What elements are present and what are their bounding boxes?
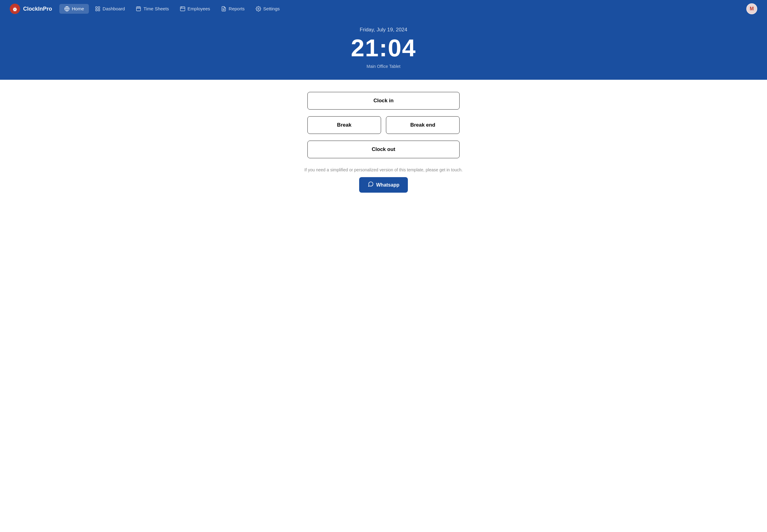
nav-label-reports: Reports xyxy=(229,6,245,11)
clock-out-button[interactable]: Clock out xyxy=(307,141,460,158)
brand-icon: ⏰ xyxy=(10,4,20,14)
main-content: Clock in Break Break end Clock out If yo… xyxy=(0,80,767,211)
brand-name: ClockInPro xyxy=(23,6,52,12)
clock-in-button[interactable]: Clock in xyxy=(307,92,460,110)
whatsapp-button[interactable]: Whatsapp xyxy=(359,177,408,193)
svg-rect-5 xyxy=(98,9,100,11)
reports-icon xyxy=(221,6,226,12)
svg-rect-3 xyxy=(98,7,100,9)
nav-item-reports[interactable]: Reports xyxy=(216,4,250,14)
employees-icon xyxy=(180,6,185,12)
navbar: ⏰ ClockInPro Home xyxy=(0,0,767,18)
hero-time: 21:04 xyxy=(0,35,767,61)
break-row: Break Break end xyxy=(307,116,460,134)
home-icon xyxy=(64,6,70,12)
dashboard-icon xyxy=(95,6,100,12)
nav-label-timesheets: Time Sheets xyxy=(143,6,169,11)
user-avatar[interactable]: M xyxy=(746,3,757,14)
nav-label-home: Home xyxy=(72,6,84,11)
brand-logo[interactable]: ⏰ ClockInPro xyxy=(10,4,52,14)
break-end-button[interactable]: Break end xyxy=(386,116,460,134)
nav-item-timesheets[interactable]: Time Sheets xyxy=(131,4,174,14)
nav-item-home[interactable]: Home xyxy=(59,4,89,14)
nav-item-settings[interactable]: Settings xyxy=(251,4,285,14)
hero-date: Friday, July 19, 2024 xyxy=(0,27,767,33)
hero-location: Main Office Tablet xyxy=(0,64,767,69)
nav-label-dashboard: Dashboard xyxy=(103,6,125,11)
whatsapp-icon xyxy=(368,181,374,189)
svg-rect-4 xyxy=(96,9,97,11)
whatsapp-label: Whatsapp xyxy=(376,182,399,188)
timesheets-icon xyxy=(136,6,141,12)
helper-text: If you need a simplified or personalized… xyxy=(304,167,463,172)
action-buttons: Clock in Break Break end Clock out xyxy=(307,92,460,158)
nav-links: Home Dashboard xyxy=(59,4,400,14)
hero-section: Friday, July 19, 2024 21:04 Main Office … xyxy=(0,18,767,80)
nav-item-employees[interactable]: Employees xyxy=(175,4,215,14)
break-button[interactable]: Break xyxy=(307,116,381,134)
nav-label-settings: Settings xyxy=(263,6,280,11)
nav-item-dashboard[interactable]: Dashboard xyxy=(90,4,130,14)
svg-rect-10 xyxy=(180,7,185,11)
svg-rect-2 xyxy=(96,7,97,9)
svg-rect-6 xyxy=(137,7,141,11)
settings-icon xyxy=(256,6,261,12)
svg-point-15 xyxy=(258,8,259,10)
nav-label-employees: Employees xyxy=(187,6,210,11)
